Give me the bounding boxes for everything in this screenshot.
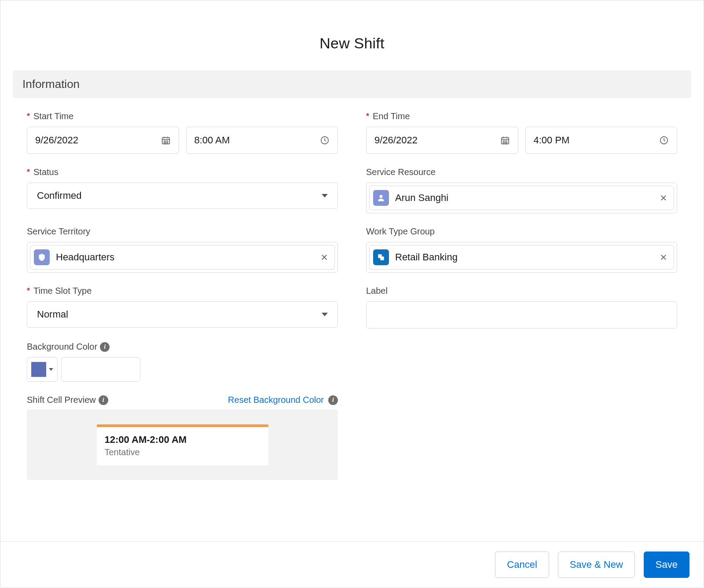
service-territory-lookup[interactable]: Headquarters — [27, 242, 338, 273]
field-start-time: * Start Time 9/26/2022 — [27, 111, 338, 154]
calendar-icon[interactable] — [161, 135, 171, 145]
modal-title: New Shift — [13, 35, 691, 52]
status-select[interactable]: Confirmed — [27, 183, 338, 209]
time-slot-type-select[interactable]: Normal — [27, 301, 338, 328]
service-resource-label: Service Resource — [366, 167, 436, 177]
shift-preview-panel: 12:00 AM-2:00 AM Tentative — [27, 409, 338, 480]
territory-icon — [34, 249, 50, 265]
required-marker: * — [27, 286, 30, 296]
field-shift-cell-preview: Shift Cell Preview i Reset Background Co… — [27, 395, 338, 480]
svg-point-8 — [165, 142, 166, 143]
clock-icon[interactable] — [659, 135, 669, 145]
end-time-label: End Time — [373, 111, 410, 121]
color-hex-input[interactable] — [61, 357, 140, 382]
section-information-header: Information — [13, 70, 691, 98]
resource-icon — [373, 190, 389, 206]
color-swatch — [31, 362, 46, 377]
label-field-label: Label — [366, 286, 388, 296]
work-type-group-lookup[interactable]: Retail Banking — [366, 242, 677, 273]
save-button[interactable]: Save — [644, 551, 689, 578]
info-icon[interactable]: i — [328, 395, 338, 405]
reset-background-color-link[interactable]: Reset Background Color i — [228, 395, 338, 405]
field-end-time: * End Time 9/26/2022 — [366, 111, 677, 154]
chevron-down-icon — [322, 313, 328, 316]
svg-point-22 — [380, 195, 383, 198]
field-work-type-group: Work Type Group Retail Banking — [366, 226, 677, 273]
service-resource-value: Arun Sanghi — [395, 192, 653, 204]
status-value: Confirmed — [37, 190, 81, 201]
time-slot-type-value: Normal — [37, 309, 68, 320]
service-resource-lookup[interactable]: Arun Sanghi — [366, 183, 677, 213]
service-territory-value: Headquarters — [56, 252, 314, 263]
svg-point-5 — [165, 141, 166, 141]
start-time-value: 8:00 AM — [194, 135, 230, 146]
field-service-territory: Service Territory Headquarters — [27, 226, 338, 273]
field-label: Label — [366, 286, 677, 329]
field-status: * Status Confirmed — [27, 167, 338, 213]
start-date-value: 9/26/2022 — [35, 135, 78, 146]
start-time-label: Start Time — [33, 111, 73, 121]
end-date-input[interactable]: 9/26/2022 — [366, 127, 518, 154]
service-resource-pill: Arun Sanghi — [369, 186, 674, 210]
start-date-input[interactable]: 9/26/2022 — [27, 127, 179, 154]
calendar-icon[interactable] — [500, 135, 510, 145]
svg-point-16 — [505, 141, 505, 141]
work-type-group-value: Retail Banking — [395, 252, 653, 263]
clock-icon[interactable] — [320, 135, 330, 145]
label-input[interactable] — [366, 301, 677, 329]
shift-preview-status: Tentative — [105, 447, 260, 457]
service-territory-label: Service Territory — [27, 226, 90, 237]
new-shift-modal: New Shift Information * Start Time 9/26/… — [0, 0, 704, 588]
svg-rect-28 — [380, 256, 384, 260]
status-label: Status — [33, 167, 59, 177]
remove-service-resource-button[interactable] — [660, 194, 667, 202]
svg-point-6 — [167, 141, 167, 141]
save-and-new-button[interactable]: Save & New — [558, 551, 635, 578]
service-territory-pill: Headquarters — [30, 245, 335, 270]
info-icon[interactable]: i — [99, 395, 108, 405]
modal-footer: Cancel Save & New Save — [0, 541, 704, 588]
color-swatch-picker[interactable] — [27, 357, 58, 382]
field-service-resource: Service Resource Arun Sanghi — [366, 167, 677, 213]
work-type-group-pill: Retail Banking — [369, 245, 674, 270]
required-marker: * — [366, 112, 369, 121]
field-background-color: Background Color i — [27, 342, 338, 382]
svg-point-19 — [505, 142, 505, 143]
time-slot-type-label: Time Slot Type — [33, 286, 92, 296]
svg-point-9 — [167, 142, 167, 143]
chevron-down-icon — [322, 194, 328, 197]
chevron-down-icon — [49, 368, 53, 371]
work-type-group-label: Work Type Group — [366, 226, 435, 237]
svg-point-7 — [164, 142, 164, 143]
end-time-input[interactable]: 4:00 PM — [525, 127, 678, 154]
shift-preview-time: 12:00 AM-2:00 AM — [105, 434, 260, 446]
svg-point-17 — [506, 141, 506, 141]
cancel-button[interactable]: Cancel — [495, 551, 549, 578]
end-time-value: 4:00 PM — [534, 135, 570, 146]
svg-point-18 — [503, 142, 503, 143]
reset-background-color-text: Reset Background Color — [228, 395, 324, 405]
background-color-label: Background Color — [27, 342, 97, 352]
end-date-value: 9/26/2022 — [374, 135, 418, 146]
required-marker: * — [27, 112, 30, 121]
info-icon[interactable]: i — [100, 342, 110, 352]
remove-service-territory-button[interactable] — [320, 253, 328, 261]
shift-cell-preview-label: Shift Cell Preview — [27, 395, 96, 405]
svg-point-15 — [503, 141, 503, 141]
svg-point-20 — [506, 142, 506, 143]
svg-point-4 — [164, 141, 164, 141]
field-time-slot-type: * Time Slot Type Normal — [27, 286, 338, 329]
worktype-icon — [373, 249, 389, 265]
remove-work-type-group-button[interactable] — [660, 253, 667, 261]
shift-preview-card: 12:00 AM-2:00 AM Tentative — [97, 424, 268, 465]
start-time-input[interactable]: 8:00 AM — [186, 127, 338, 154]
required-marker: * — [27, 168, 30, 177]
